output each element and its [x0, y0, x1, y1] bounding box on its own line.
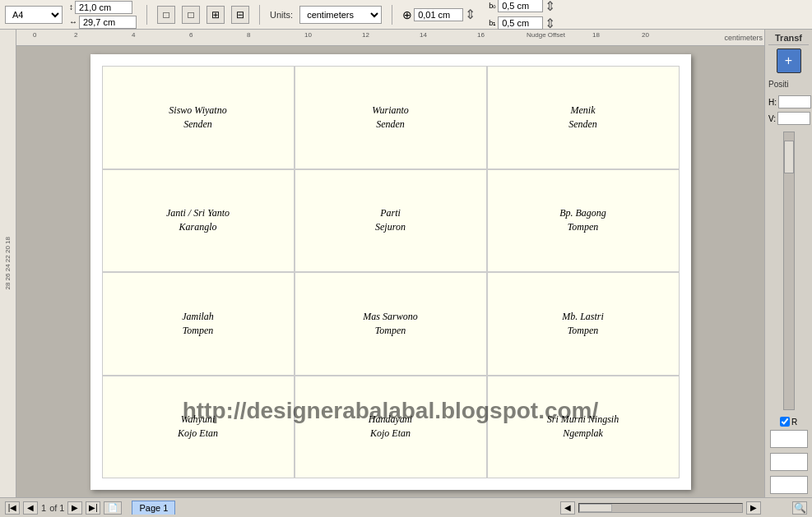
ruler-top-10: 10 — [304, 31, 312, 39]
label-cell-11[interactable]: Sri Murni NingsihNgemplak — [487, 376, 680, 479]
label-cell-10[interactable]: HandayaniKojo Etan — [295, 376, 487, 479]
content-area: 0 2 4 6 8 10 12 14 16 Nudge Offset 18 20… — [16, 30, 764, 497]
nav-add-page-button[interactable]: 📄 — [104, 501, 122, 515]
scroll-right-button[interactable]: ▶ — [746, 501, 761, 515]
ruler-top: 0 2 4 6 8 10 12 14 16 Nudge Offset 18 20… — [16, 30, 764, 46]
main-area: 28 26 24 22 20 18 0 2 4 6 8 10 12 14 16 … — [0, 30, 812, 497]
separator-1 — [146, 5, 147, 25]
nav-last-button[interactable]: ▶| — [86, 501, 100, 515]
toolbar: A4 ↕ ↔ □ □ ⊞ ⊟ Units: centimeters ⊕ ⇕ b₀… — [0, 0, 812, 30]
pos-x-icon: b₀ — [489, 2, 496, 10]
label-name-3: Janti / Sri YantoKaranglo — [166, 206, 230, 234]
panel-checkbox[interactable] — [780, 417, 790, 427]
label-cell-4[interactable]: PartiSejuron — [295, 169, 487, 273]
panel-h-label: H: — [768, 98, 777, 107]
label-cell-7[interactable]: Mas SarwonoTompen — [295, 272, 487, 376]
page-height-input[interactable] — [79, 16, 137, 29]
label-cell-5[interactable]: Bp. BagongTompen — [487, 169, 680, 273]
panel-scrollbar-thumb — [784, 141, 794, 173]
label-name-8: Mb. LastriTompen — [562, 310, 604, 338]
label-grid: Siswo WiyatnoSenden WuriantoSenden Menik… — [102, 66, 680, 478]
panel-v-input[interactable] — [777, 112, 810, 125]
scroll-thumb — [579, 504, 612, 512]
position-dims: b₀ ⇕ b₁ ⇕ — [489, 0, 555, 31]
grid-icon[interactable]: ⊞ — [206, 6, 225, 24]
page-width-input[interactable] — [75, 1, 132, 14]
status-bar: |◀ ◀ 1 of 1 ▶ ▶| 📄 Page 1 ◀ ▶ 🔍 — [0, 497, 812, 517]
page-current: 1 — [41, 503, 46, 513]
page-size-select[interactable]: A4 — [5, 6, 63, 24]
separator-2 — [259, 5, 260, 25]
rect-icon-1[interactable]: □ — [157, 6, 175, 24]
units-label: Units: — [270, 10, 293, 20]
step-group: ⊕ ⇕ — [402, 7, 476, 22]
units-select[interactable]: centimeters — [299, 6, 382, 24]
label-name-10: HandayaniKojo Etan — [369, 413, 412, 441]
rect-icon-2[interactable]: □ — [182, 6, 200, 24]
ruler-nudge-label: Nudge Offset — [527, 31, 565, 39]
ruler-top-4: 4 — [132, 31, 135, 39]
panel-position-label: Positi — [768, 80, 809, 89]
page-tab[interactable]: Page 1 — [132, 501, 175, 515]
panel-title: Transf — [768, 33, 809, 45]
label-cell-6[interactable]: JamilahTompen — [102, 272, 295, 376]
ruler-top-0: 0 — [33, 31, 36, 39]
ruler-top-16: 16 — [477, 31, 485, 39]
panel-fields: H: V: — [768, 95, 809, 125]
label-name-1: WuriantoSenden — [372, 104, 409, 132]
page-canvas: http://designerabalabal.blogspot.com/ Si… — [90, 54, 691, 490]
nav-first-button[interactable]: |◀ — [5, 501, 20, 515]
label-cell-1[interactable]: WuriantoSenden — [295, 66, 487, 169]
ruler-top-6: 6 — [189, 31, 193, 39]
label-name-11: Sri Murni NingsihNgemplak — [547, 413, 619, 441]
label-cell-8[interactable]: Mb. LastriTompen — [487, 272, 680, 376]
ruler-top-12: 12 — [362, 31, 369, 39]
right-panel: Transf + Positi H: V: R — [764, 30, 812, 497]
ruler-top-14: 14 — [420, 31, 427, 39]
label-cell-0[interactable]: Siswo WiyatnoSenden — [102, 66, 295, 169]
panel-box-3 — [770, 476, 808, 494]
panel-v-label: V: — [768, 114, 776, 123]
label-name-9: WahyuniKojo Etan — [178, 413, 218, 441]
label-name-2: MenikSenden — [568, 104, 597, 132]
grid-icon-2[interactable]: ⊟ — [231, 6, 249, 24]
panel-checkbox-row: R — [780, 417, 797, 427]
panel-scrollbar[interactable] — [783, 132, 795, 410]
page-of: of 1 — [49, 503, 64, 513]
status-right: ◀ ▶ 🔍 — [560, 501, 807, 515]
nav-prev-button[interactable]: ◀ — [23, 501, 38, 515]
label-cell-3[interactable]: Janti / Sri YantoKaranglo — [102, 169, 295, 273]
separator-3 — [392, 5, 392, 25]
label-name-5: Bp. BagongTompen — [559, 206, 606, 234]
zoom-in-button[interactable]: 🔍 — [792, 501, 807, 515]
ruler-left-numbers: 28 26 24 22 20 18 — [4, 237, 12, 290]
ruler-left: 28 26 24 22 20 18 — [0, 30, 16, 497]
label-name-0: Siswo WiyatnoSenden — [169, 104, 226, 132]
pos-x-input[interactable] — [498, 0, 543, 12]
scroll-left-button[interactable]: ◀ — [560, 501, 575, 515]
ruler-top-unit-label: centimeters — [724, 34, 763, 42]
ruler-top-18: 18 — [592, 31, 600, 39]
pos-y-input[interactable] — [498, 16, 543, 30]
panel-checkbox-label: R — [791, 418, 797, 427]
panel-add-button[interactable]: + — [777, 48, 801, 73]
panel-h-input[interactable] — [778, 95, 811, 108]
panel-box-1 — [770, 430, 808, 448]
ruler-top-20: 20 — [642, 31, 649, 39]
pos-y-icon: b₁ — [489, 19, 496, 27]
page-dimensions: ↕ ↔ — [69, 1, 137, 29]
step-input[interactable] — [414, 8, 463, 21]
ruler-top-8: 8 — [247, 31, 250, 39]
label-name-4: PartiSejuron — [375, 206, 406, 234]
canvas-area[interactable]: http://designerabalabal.blogspot.com/ Si… — [16, 46, 764, 497]
label-name-7: Mas SarwonoTompen — [363, 310, 417, 338]
nav-next-button[interactable]: ▶ — [67, 501, 82, 515]
scroll-track[interactable] — [578, 503, 743, 513]
panel-box-2 — [770, 453, 808, 471]
label-name-6: JamilahTompen — [182, 310, 214, 338]
label-cell-2[interactable]: MenikSenden — [487, 66, 680, 169]
ruler-top-2: 2 — [74, 31, 77, 39]
label-cell-9[interactable]: WahyuniKojo Etan — [102, 376, 295, 479]
